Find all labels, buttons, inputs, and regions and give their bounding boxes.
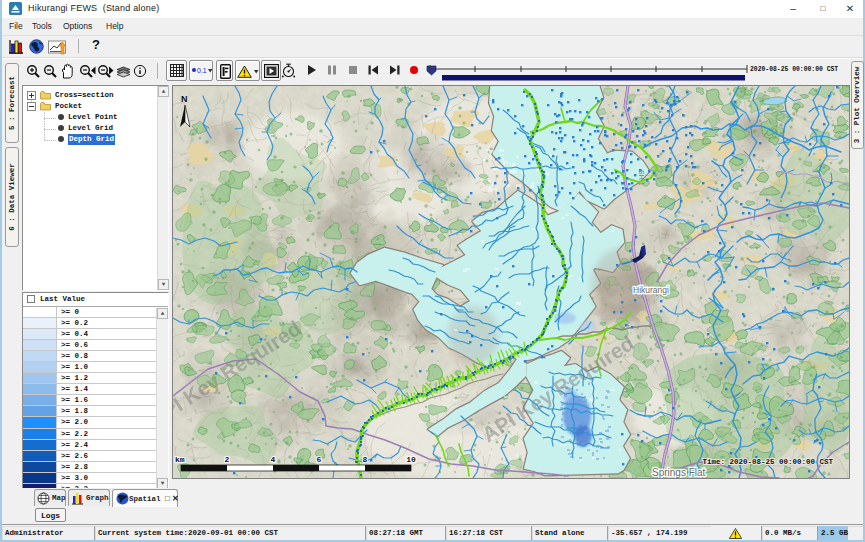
svg-text:km: km <box>175 455 185 464</box>
svg-text:6: 6 <box>317 455 322 464</box>
svg-text:Time: 2020-08-25 00:00:00 CST: Time: 2020-08-25 00:00:00 CST <box>702 458 833 466</box>
svg-text:10: 10 <box>406 455 416 464</box>
svg-text:8: 8 <box>363 455 368 464</box>
svg-text:Springs Flat: Springs Flat <box>652 467 706 478</box>
svg-text:Hikurangi: Hikurangi <box>633 285 669 295</box>
svg-text:N: N <box>181 94 188 104</box>
svg-text:SH 1: SH 1 <box>638 170 645 186</box>
svg-text:4: 4 <box>271 455 276 464</box>
svg-text:2: 2 <box>225 455 230 464</box>
